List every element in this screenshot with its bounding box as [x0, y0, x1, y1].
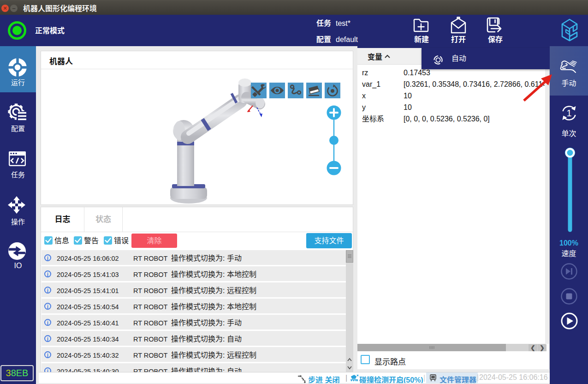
svg-text:1: 1 [566, 108, 571, 118]
